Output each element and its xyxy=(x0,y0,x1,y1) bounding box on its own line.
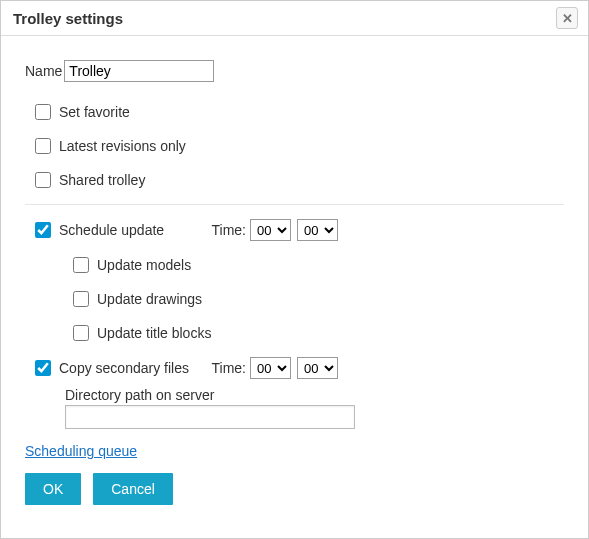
cancel-button[interactable]: Cancel xyxy=(93,473,173,505)
copy-time-block: Time: 00 00 xyxy=(212,357,564,379)
close-button[interactable]: ✕ xyxy=(556,7,578,29)
schedule-time-block: Time: 00 00 xyxy=(212,219,564,241)
schedule-update-label: Schedule update xyxy=(59,222,164,238)
scheduling-queue-link[interactable]: Scheduling queue xyxy=(25,443,137,459)
copy-hour-select[interactable]: 00 xyxy=(250,357,291,379)
copy-time-label: Time: xyxy=(212,360,246,376)
separator xyxy=(25,204,564,205)
update-title-blocks-label: Update title blocks xyxy=(97,325,211,341)
schedule-hour-select[interactable]: 00 xyxy=(250,219,291,241)
set-favorite-row: Set favorite xyxy=(35,104,564,120)
directory-path-label: Directory path on server xyxy=(65,387,564,403)
shared-trolley-label: Shared trolley xyxy=(59,172,145,188)
update-models-row: Update models xyxy=(73,257,564,273)
trolley-settings-dialog: Trolley settings ✕ Name Set favorite Lat… xyxy=(0,0,589,539)
dialog-title: Trolley settings xyxy=(13,10,123,27)
copy-secondary-label: Copy secondary files xyxy=(59,360,189,376)
set-favorite-checkbox[interactable] xyxy=(35,104,51,120)
shared-trolley-checkbox[interactable] xyxy=(35,172,51,188)
latest-revisions-row: Latest revisions only xyxy=(35,138,564,154)
name-row: Name xyxy=(25,60,564,82)
dialog-body: Name Set favorite Latest revisions only … xyxy=(1,36,588,521)
copy-minute-select[interactable]: 00 xyxy=(297,357,338,379)
update-title-blocks-checkbox[interactable] xyxy=(73,325,89,341)
directory-path-wrap xyxy=(65,405,564,429)
set-favorite-label: Set favorite xyxy=(59,104,130,120)
dialog-buttons: OK Cancel xyxy=(25,473,564,505)
latest-revisions-checkbox[interactable] xyxy=(35,138,51,154)
latest-revisions-label: Latest revisions only xyxy=(59,138,186,154)
copy-secondary-checkbox[interactable] xyxy=(35,360,51,376)
update-drawings-row: Update drawings xyxy=(73,291,564,307)
copy-secondary-row: Copy secondary files Time: 00 00 xyxy=(35,357,564,379)
update-title-blocks-row: Update title blocks xyxy=(73,325,564,341)
update-models-label: Update models xyxy=(97,257,191,273)
name-input[interactable] xyxy=(64,60,214,82)
update-drawings-checkbox[interactable] xyxy=(73,291,89,307)
name-label: Name xyxy=(25,63,62,79)
schedule-update-checkbox[interactable] xyxy=(35,222,51,238)
directory-path-input[interactable] xyxy=(65,405,355,429)
schedule-update-row: Schedule update Time: 00 00 xyxy=(35,219,564,241)
close-icon: ✕ xyxy=(562,12,573,25)
schedule-time-label: Time: xyxy=(212,222,246,238)
schedule-minute-select[interactable]: 00 xyxy=(297,219,338,241)
shared-trolley-row: Shared trolley xyxy=(35,172,564,188)
update-drawings-label: Update drawings xyxy=(97,291,202,307)
ok-button[interactable]: OK xyxy=(25,473,81,505)
update-models-checkbox[interactable] xyxy=(73,257,89,273)
dialog-header: Trolley settings ✕ xyxy=(1,1,588,36)
